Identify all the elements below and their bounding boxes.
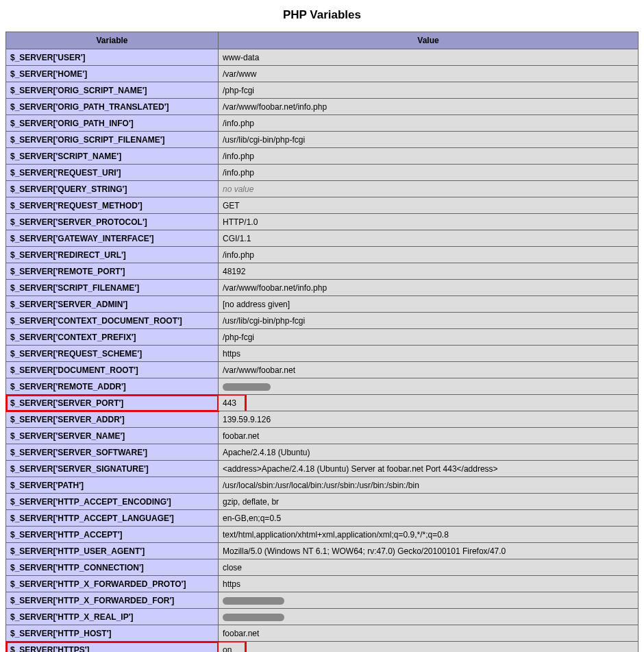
value-cell: GET [219,197,639,214]
table-row: $_SERVER['QUERY_STRING']no value [6,181,639,197]
value-cell: Apache/2.4.18 (Ubuntu) [219,444,639,461]
value-cell: /usr/local/sbin:/usr/local/bin:/usr/sbin… [219,477,639,494]
variable-cell: $_SERVER['REMOTE_PORT'] [6,263,219,280]
variable-cell: $_SERVER['CONTEXT_DOCUMENT_ROOT'] [6,313,219,329]
redacted-value [223,383,271,391]
value-cell: CGI/1.1 [219,230,639,247]
variable-cell: $_SERVER['SERVER_ADDR'] [6,411,219,428]
table-row: $_SERVER['REQUEST_SCHEME']https [6,346,639,362]
variable-cell: $_SERVER['QUERY_STRING'] [6,181,219,197]
value-cell: text/html,application/xhtml+xml,applicat… [219,527,639,543]
variable-cell: $_SERVER['HTTP_USER_AGENT'] [6,543,219,559]
variable-cell: $_SERVER['ORIG_SCRIPT_FILENAME'] [6,132,219,148]
table-row: $_SERVER['USER']www-data [6,49,639,66]
variable-cell: $_SERVER['REQUEST_SCHEME'] [6,346,219,362]
table-row: $_SERVER['ORIG_PATH_INFO']/info.php [6,115,639,132]
value-cell: https [219,576,639,592]
value-cell: /php-fcgi [219,82,639,99]
variable-cell: $_SERVER['ORIG_SCRIPT_NAME'] [6,82,219,99]
value-cell: foobar.net [219,428,639,444]
value-cell: 48192 [219,263,639,280]
value-cell: <address>Apache/2.4.18 (Ubuntu) Server a… [219,461,639,477]
variable-cell: $_SERVER['USER'] [6,49,219,66]
variable-cell: $_SERVER['PATH'] [6,477,219,494]
variable-cell: $_SERVER['SCRIPT_NAME'] [6,148,219,165]
value-cell [219,378,639,395]
php-variables-table: Variable Value $_SERVER['USER']www-data$… [5,32,639,652]
variable-cell: $_SERVER['HTTP_X_REAL_IP'] [6,609,219,625]
value-cell: on [219,642,639,653]
value-cell: close [219,559,639,576]
table-row: $_SERVER['HOME']/var/www [6,66,639,82]
variable-cell: $_SERVER['DOCUMENT_ROOT'] [6,362,219,378]
variable-cell: $_SERVER['SERVER_PROTOCOL'] [6,214,219,230]
table-row: $_SERVER['HTTP_ACCEPT_LANGUAGE']en-GB,en… [6,510,639,527]
table-row: $_SERVER['SCRIPT_NAME']/info.php [6,148,639,165]
variable-cell: $_SERVER['HTTP_CONNECTION'] [6,559,219,576]
table-row: $_SERVER['HTTP_X_FORWARDED_PROTO']https [6,576,639,592]
value-cell: 139.59.9.126 [219,411,639,428]
variable-cell: $_SERVER['SCRIPT_FILENAME'] [6,280,219,296]
table-row: $_SERVER['HTTP_X_FORWARDED_FOR'] [6,592,639,609]
variable-cell: $_SERVER['SERVER_SIGNATURE'] [6,461,219,477]
value-cell: /info.php [219,115,639,132]
table-row: $_SERVER['ORIG_PATH_TRANSLATED']/var/www… [6,99,639,115]
table-row: $_SERVER['REMOTE_ADDR'] [6,378,639,395]
variable-cell: $_SERVER['CONTEXT_PREFIX'] [6,329,219,346]
table-row: $_SERVER['SERVER_SOFTWARE']Apache/2.4.18… [6,444,639,461]
table-row: $_SERVER['HTTP_HOST']foobar.net [6,625,639,642]
header-value: Value [219,32,639,49]
value-cell: /usr/lib/cgi-bin/php-fcgi [219,132,639,148]
variable-cell: $_SERVER['ORIG_PATH_INFO'] [6,115,219,132]
variable-cell: $_SERVER['REDIRECT_URL'] [6,247,219,263]
variable-cell: $_SERVER['SERVER_PORT'] [6,395,219,411]
table-row: $_SERVER['HTTP_X_REAL_IP'] [6,609,639,625]
table-row: $_SERVER['HTTP_CONNECTION']close [6,559,639,576]
value-cell: /info.php [219,148,639,165]
table-row: $_SERVER['SCRIPT_FILENAME']/var/www/foob… [6,280,639,296]
redacted-value [223,597,284,605]
table-row: $_SERVER['HTTP_USER_AGENT']Mozilla/5.0 (… [6,543,639,559]
value-cell: no value [219,181,639,197]
value-cell: www-data [219,49,639,66]
value-cell: /var/www/foobar.net/info.php [219,99,639,115]
table-row: $_SERVER['SERVER_PROTOCOL']HTTP/1.0 [6,214,639,230]
table-row: $_SERVER['PATH']/usr/local/sbin:/usr/loc… [6,477,639,494]
variable-cell: $_SERVER['HTTP_ACCEPT_LANGUAGE'] [6,510,219,527]
page-title: PHP Variables [5,8,639,22]
value-cell: /var/www/foobar.net [219,362,639,378]
table-row: $_SERVER['HTTPS']on [6,642,639,653]
variable-cell: $_SERVER['SERVER_ADMIN'] [6,296,219,313]
value-cell: Mozilla/5.0 (Windows NT 6.1; WOW64; rv:4… [219,543,639,559]
variable-cell: $_SERVER['HTTP_ACCEPT'] [6,527,219,543]
variable-cell: $_SERVER['HTTP_X_FORWARDED_FOR'] [6,592,219,609]
variable-cell: $_SERVER['HOME'] [6,66,219,82]
variable-cell: $_SERVER['SERVER_SOFTWARE'] [6,444,219,461]
variable-cell: $_SERVER['HTTP_ACCEPT_ENCODING'] [6,494,219,510]
table-row: $_SERVER['SERVER_ADDR']139.59.9.126 [6,411,639,428]
table-row: $_SERVER['ORIG_SCRIPT_FILENAME']/usr/lib… [6,132,639,148]
table-row: $_SERVER['SERVER_SIGNATURE']<address>Apa… [6,461,639,477]
variable-cell: $_SERVER['REQUEST_URI'] [6,165,219,181]
value-cell [219,609,639,625]
no-value-text: no value [223,184,253,194]
table-row: $_SERVER['SERVER_ADMIN'][no address give… [6,296,639,313]
table-row: $_SERVER['DOCUMENT_ROOT']/var/www/foobar… [6,362,639,378]
value-cell: /info.php [219,247,639,263]
variable-cell: $_SERVER['HTTP_X_FORWARDED_PROTO'] [6,576,219,592]
table-row: $_SERVER['HTTP_ACCEPT']text/html,applica… [6,527,639,543]
table-row: $_SERVER['ORIG_SCRIPT_NAME']/php-fcgi [6,82,639,99]
variable-cell: $_SERVER['GATEWAY_INTERFACE'] [6,230,219,247]
value-cell: /var/www [219,66,639,82]
table-row: $_SERVER['HTTP_ACCEPT_ENCODING']gzip, de… [6,494,639,510]
table-row: $_SERVER['REQUEST_URI']/info.php [6,165,639,181]
value-cell: 443 [219,395,639,411]
value-cell: en-GB,en;q=0.5 [219,510,639,527]
variable-cell: $_SERVER['SERVER_NAME'] [6,428,219,444]
table-row: $_SERVER['REDIRECT_URL']/info.php [6,247,639,263]
variable-cell: $_SERVER['REMOTE_ADDR'] [6,378,219,395]
value-cell: HTTP/1.0 [219,214,639,230]
header-variable: Variable [6,32,219,49]
value-cell: gzip, deflate, br [219,494,639,510]
table-row: $_SERVER['SERVER_NAME']foobar.net [6,428,639,444]
